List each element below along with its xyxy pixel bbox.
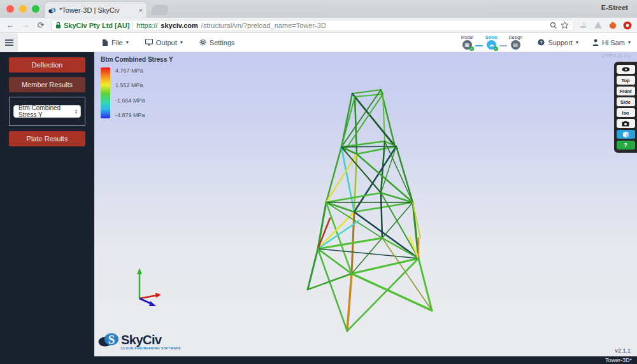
ev-certificate-badge[interactable]: SkyCiv Pty Ltd [AU] [55, 22, 129, 29]
browser-tab[interactable]: S *Tower-3D | SkyCiv × [45, 2, 147, 18]
orange-extension-icon[interactable] [608, 21, 617, 30]
step-design-label: Design [508, 35, 522, 39]
screenshot-button[interactable] [617, 119, 635, 128]
drive-extension-icon[interactable] [594, 21, 603, 29]
fps-counter: 2 FPS (0-11) [602, 53, 631, 59]
step-model-label: Model [461, 35, 473, 39]
legend-color-scale [101, 67, 110, 118]
browser-window: S *Tower-3D | SkyCiv × E-Street ← → ⟳ Sk… [0, 0, 637, 364]
eye-icon [622, 67, 630, 72]
help-button[interactable]: ? [617, 141, 635, 150]
settings-menu[interactable]: Settings [199, 39, 235, 46]
check-icon: ✓ [469, 46, 474, 51]
view-toolbar: Top Front Side Iso ? [614, 62, 637, 153]
3d-cube-icon [622, 131, 629, 138]
search-icon[interactable] [550, 22, 557, 29]
window-controls [0, 0, 45, 18]
result-type-value: Btm Combined Stress Y [18, 104, 75, 118]
render-mode-button[interactable] [617, 130, 635, 139]
camera-icon [622, 121, 629, 127]
settings-menu-label: Settings [210, 39, 235, 46]
file-icon [102, 39, 108, 46]
url-divider [132, 22, 133, 29]
close-tab-icon[interactable]: × [139, 6, 143, 14]
back-icon[interactable]: ← [5, 20, 15, 30]
deflection-button[interactable]: Deflection [9, 57, 85, 73]
legend-max-value: 4.767 MPa [115, 67, 145, 74]
step-solve-label: Solve [485, 35, 497, 39]
boat-extension-icon[interactable] [578, 21, 588, 29]
legend-min-value: -4.879 MPa [115, 112, 145, 118]
chevron-down-icon: ▾ [576, 39, 578, 45]
tab-title: *Tower-3D | SkyCiv [59, 6, 136, 14]
view-front-button[interactable]: Front [617, 87, 635, 95]
user-icon [592, 39, 599, 46]
support-menu[interactable]: ? Support ▾ [538, 39, 578, 46]
hamburger-icon [5, 42, 13, 43]
step-design[interactable]: Design ▤ [507, 35, 524, 50]
url-scheme: https:// [136, 22, 157, 29]
step-model[interactable]: Model ▦✓ [459, 35, 475, 50]
skyciv-logo: S SkyCiv CLOUD ENGINEERING SOFTWARE [98, 332, 181, 350]
chevron-down-icon: ▾ [628, 39, 631, 45]
model-viewport[interactable]: Btm Combined Stress Y 4.767 MPa 1.552 MP… [94, 52, 637, 356]
file-menu-label: File [111, 39, 123, 46]
legend-lower-value: -1.664 MPa [115, 97, 145, 104]
results-sidebar: Deflection Member Results Btm Combined S… [0, 52, 94, 356]
url-domain: skyciv.com [161, 22, 198, 29]
solve-cloud-icon: ☁✓ [487, 40, 496, 50]
zoom-window-button[interactable] [32, 5, 39, 13]
project-name: Tower-3D* [605, 357, 632, 363]
view-top-button[interactable]: Top [617, 76, 635, 85]
support-menu-label: Support [548, 39, 573, 46]
output-menu[interactable]: Output ▾ [145, 39, 183, 46]
legend-title: Btm Combined Stress Y [101, 56, 173, 63]
status-bar: Tower-3D* [0, 356, 637, 364]
browser-tab-bar: S *Tower-3D | SkyCiv × E-Street [0, 0, 637, 18]
stress-legend: Btm Combined Stress Y 4.767 MPa 1.552 MP… [101, 56, 173, 118]
app-toolbar: File ▾ Output ▾ Settings Model ▦✓ [0, 33, 637, 52]
bookmark-star-icon[interactable] [561, 21, 569, 29]
axis-triad-icon [129, 265, 168, 310]
member-results-button[interactable]: Member Results [9, 77, 85, 92]
step-solve[interactable]: Solve ☁✓ [483, 35, 499, 50]
help-circle-icon: ? [538, 39, 545, 46]
view-iso-button[interactable]: Iso [617, 108, 635, 117]
workflow-stepper: Model ▦✓ Solve ☁✓ Design ▤ [459, 35, 524, 50]
plate-results-button[interactable]: Plate Results [9, 131, 85, 146]
chevron-down-icon: ▾ [126, 39, 129, 45]
url-bar[interactable]: SkyCiv Pty Ltd [AU] https://skyciv.com/s… [51, 20, 573, 31]
reload-icon[interactable]: ⟳ [36, 20, 46, 30]
user-menu[interactable]: Hi Sam ▾ [592, 39, 631, 46]
minimize-window-button[interactable] [19, 5, 27, 13]
select-stepper-icon: ▲▼ [75, 109, 78, 114]
close-window-button[interactable] [6, 5, 14, 13]
chevron-down-icon: ▾ [180, 39, 183, 45]
sidebar-toggle-button[interactable] [0, 33, 18, 52]
certificate-name: SkyCiv Pty Ltd [AU] [64, 22, 129, 29]
model-step-icon: ▦✓ [462, 40, 472, 50]
output-menu-label: Output [156, 39, 177, 46]
browser-address-row: ← → ⟳ SkyCiv Pty Ltd [AU] https://skyciv… [0, 18, 637, 33]
visibility-button[interactable] [617, 65, 635, 74]
monitor-icon [145, 39, 153, 46]
skyciv-favicon-icon: S [48, 7, 56, 13]
svg-text:S: S [108, 333, 115, 346]
red-circle-extension-icon[interactable] [623, 21, 632, 30]
result-type-select[interactable]: Btm Combined Stress Y ▲▼ [13, 105, 81, 118]
design-step-icon: ▤ [511, 40, 520, 50]
new-tab-button[interactable] [150, 5, 169, 15]
app-version: v2.1.1 [615, 347, 631, 354]
legend-upper-value: 1.552 MPa [115, 82, 145, 88]
check-icon: ✓ [494, 46, 498, 51]
logo-tagline: CLOUD ENGINEERING SOFTWARE [121, 346, 181, 350]
view-side-button[interactable]: Side [617, 97, 635, 106]
lock-icon [55, 22, 61, 29]
forward-icon[interactable]: → [20, 20, 31, 30]
result-type-group: Btm Combined Stress Y ▲▼ [9, 97, 85, 126]
file-menu[interactable]: File ▾ [102, 39, 129, 46]
step-connector [499, 45, 507, 46]
skyciv-cloud-icon: S [98, 332, 120, 347]
step-connector [475, 45, 483, 46]
tower-3d-model[interactable] [94, 52, 637, 356]
